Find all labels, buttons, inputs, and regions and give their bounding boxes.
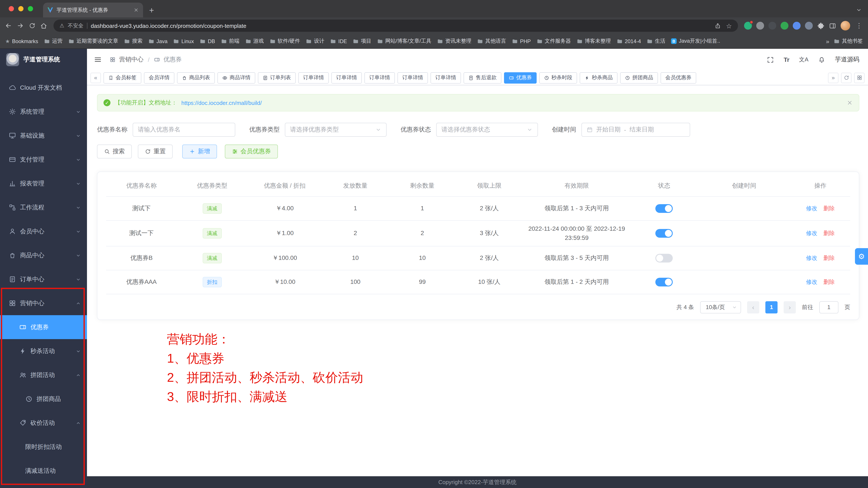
bookmark-item[interactable]: 其他语言 — [477, 37, 506, 45]
sidebar-menu-item[interactable]: Cloud 开发文档 — [0, 76, 87, 100]
bookmark-item[interactable]: 设计 — [306, 37, 324, 45]
search-button[interactable]: 搜索 — [97, 145, 132, 159]
coupon-status-select[interactable]: 请选择优惠券状态 — [436, 123, 538, 137]
tags-view-tab[interactable]: 订单详情 — [398, 72, 428, 83]
edit-link[interactable]: 修改 — [806, 279, 817, 285]
bookmark-item[interactable]: 项目 — [353, 37, 371, 45]
profile-avatar[interactable] — [841, 21, 850, 30]
tags-view-tab[interactable]: 订单详情 — [431, 72, 461, 83]
browser-menu-icon[interactable]: ⋮ — [855, 22, 864, 30]
alert-close-icon[interactable] — [847, 100, 853, 106]
bookmark-star-icon[interactable]: ☆ — [726, 22, 732, 29]
bookmark-item[interactable]: DB — [199, 38, 215, 44]
window-close-button[interactable] — [9, 6, 14, 11]
sidebar-menu-item[interactable]: 支付管理 — [0, 148, 87, 172]
bookmark-item[interactable]: 资讯未整理 — [437, 37, 471, 45]
status-toggle[interactable] — [655, 254, 673, 262]
sidebar-menu-item[interactable]: 优惠券 — [0, 315, 87, 339]
edit-link[interactable]: 修改 — [806, 230, 817, 236]
sidebar-menu-item[interactable]: 拼团商品 — [0, 387, 87, 411]
prev-page-button[interactable]: ‹ — [747, 301, 759, 313]
bookmark-item[interactable]: 博客未整理 — [577, 37, 611, 45]
edit-link[interactable]: 修改 — [806, 255, 817, 261]
bookmark-item[interactable]: Linux — [173, 38, 194, 44]
tags-view-tab[interactable]: 订单详情 — [331, 72, 362, 83]
tags-view-tab[interactable]: 拼团商品 — [620, 72, 658, 83]
tabs-scroll-left-button[interactable]: « — [90, 73, 101, 83]
delete-link[interactable]: 删除 — [824, 205, 835, 211]
extension-3-icon[interactable] — [781, 22, 788, 30]
bookmark-item[interactable]: 软件/硬件 — [270, 37, 300, 45]
add-button[interactable]: 新增 — [182, 145, 217, 159]
settings-gear-button[interactable]: ⚙ — [855, 248, 868, 265]
user-menu[interactable]: 芋道源码 — [835, 56, 859, 63]
goto-page-input[interactable]: 1 — [819, 301, 838, 313]
bookmark-item[interactable]: 网站/博客/文章/工具 — [377, 37, 431, 45]
forward-icon[interactable] — [17, 22, 24, 30]
delete-link[interactable]: 删除 — [824, 230, 835, 236]
sidebar-menu-item[interactable]: 会员中心 — [0, 220, 87, 243]
bookmark-item[interactable]: 近期需要读的文章 — [68, 37, 118, 45]
tab-search-chevron-icon[interactable] — [856, 7, 862, 13]
sidebar-menu-item[interactable]: 基础设施 — [0, 124, 87, 148]
tags-view-tab[interactable]: 会员优惠券 — [660, 72, 696, 83]
bookmark-item[interactable]: 游戏 — [245, 37, 264, 45]
bookmark-item[interactable]: 生活 — [647, 37, 665, 45]
alert-doc-link[interactable]: https://doc.iocoder.cn/mall/build/ — [181, 99, 262, 106]
vue-devtools-icon[interactable] — [744, 22, 752, 30]
page-size-select[interactable]: 10条/页 — [700, 301, 741, 313]
sidebar-menu-item[interactable]: 限时折扣活动 — [0, 435, 87, 459]
collapse-menu-icon[interactable] — [94, 56, 102, 63]
bookmark-item[interactable]: BJava开发|小组首.. — [671, 37, 720, 45]
tags-view-tab[interactable]: 订单详情 — [298, 72, 329, 83]
bookmark-item[interactable]: IDE — [330, 38, 347, 44]
extensions-puzzle-icon[interactable] — [817, 22, 825, 29]
bookmark-item[interactable]: 搜索 — [124, 37, 143, 45]
sidebar-menu-item[interactable]: 秒杀活动 — [0, 339, 87, 363]
address-bar[interactable]: ⚠ 不安全 dashboard-vue3.yudao.iocoder.cn/pr… — [54, 20, 738, 32]
window-zoom-button[interactable] — [28, 6, 33, 11]
coupon-type-select[interactable]: 请选择优惠券类型 — [285, 123, 386, 137]
extension-2-icon[interactable] — [768, 22, 776, 30]
browser-tab[interactable]: 芋道管理系统 - 优惠券 — [43, 3, 143, 18]
tags-view-tab[interactable]: 订单详情 — [365, 72, 395, 83]
tags-view-tab[interactable]: 秒杀时段 — [539, 72, 577, 83]
extension-1-icon[interactable] — [756, 22, 764, 30]
status-toggle[interactable] — [655, 204, 673, 213]
side-panel-icon[interactable] — [829, 22, 836, 29]
extension-5-icon[interactable] — [805, 22, 813, 30]
tab-close-icon[interactable] — [133, 7, 139, 12]
fullscreen-icon[interactable] — [767, 56, 774, 63]
tags-view-tab[interactable]: 会员详情 — [144, 72, 175, 83]
bookmark-item[interactable]: ★Bookmarks — [5, 38, 38, 44]
tabs-refresh-button[interactable] — [841, 73, 851, 83]
breadcrumb-item[interactable]: 营销中心 — [119, 56, 144, 63]
status-toggle[interactable] — [655, 229, 673, 238]
home-icon[interactable] — [40, 22, 48, 29]
coupon-name-input[interactable]: 请输入优惠券名 — [133, 123, 235, 137]
bookmark-item[interactable]: 文件服务器 — [536, 37, 571, 45]
font-size-icon[interactable]: Tr — [784, 56, 789, 63]
sidebar-menu-item[interactable]: 系统管理 — [0, 100, 87, 124]
app-logo[interactable]: 芋道管理系统 — [0, 49, 87, 70]
reload-icon[interactable] — [29, 22, 36, 29]
reset-button[interactable]: 重置 — [138, 145, 173, 159]
bookmark-item[interactable]: 前端 — [221, 37, 239, 45]
sidebar-menu-item[interactable]: 砍价活动 — [0, 411, 87, 435]
notification-bell-icon[interactable] — [818, 56, 826, 63]
tags-view-tab[interactable]: 商品列表 — [177, 72, 215, 83]
tags-view-tab[interactable]: 售后退款 — [464, 72, 501, 83]
window-minimize-button[interactable] — [18, 6, 24, 11]
tags-view-tab[interactable]: 订单列表 — [258, 72, 296, 83]
bookmark-item[interactable]: 运营 — [44, 37, 63, 45]
back-icon[interactable] — [4, 22, 12, 30]
sidebar-menu-item[interactable]: 营销中心 — [0, 291, 87, 315]
extension-4-icon[interactable] — [793, 22, 801, 30]
sidebar-menu-item[interactable]: 商品中心 — [0, 243, 87, 267]
bookmark-item[interactable]: 2014-4 — [616, 38, 641, 44]
bookmarks-overflow-button[interactable]: » — [826, 38, 829, 45]
create-time-range-picker[interactable]: 开始日期 - 结束日期 — [582, 123, 690, 137]
share-icon[interactable] — [714, 22, 721, 29]
new-tab-button[interactable]: + — [149, 6, 154, 15]
sidebar-menu-item[interactable]: 订单中心 — [0, 267, 87, 291]
